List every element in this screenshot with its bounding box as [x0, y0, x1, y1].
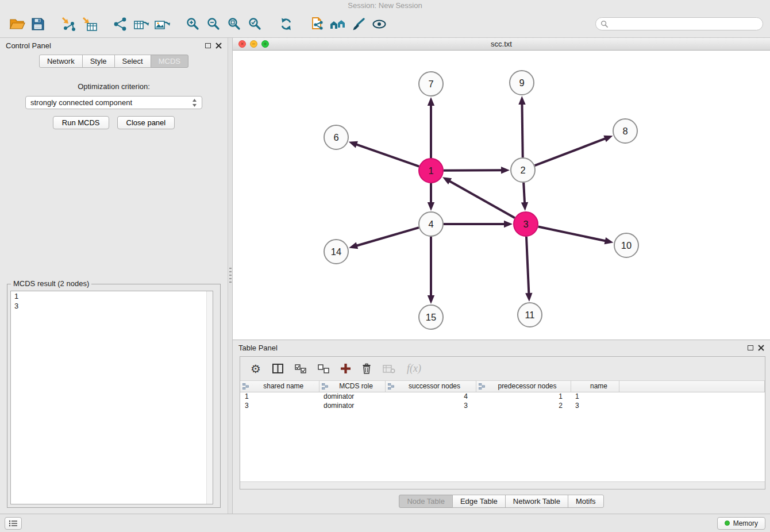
export-image-icon [154, 17, 170, 31]
clone-network-button[interactable] [307, 13, 328, 35]
mcds-result-item: 1 [11, 291, 213, 301]
tab-edge-table[interactable]: Edge Table [452, 495, 506, 508]
window-zoom-icon[interactable] [261, 40, 269, 48]
main-toolbar [0, 10, 770, 38]
delete-row-button[interactable] [362, 360, 371, 377]
plus-icon [341, 364, 351, 373]
import-network-button[interactable] [59, 13, 79, 35]
show-columns-button[interactable] [272, 360, 283, 377]
close-panel-icon[interactable] [758, 345, 764, 351]
graph-edge-arrowhead-icon [521, 202, 528, 211]
memory-button[interactable]: Memory [717, 517, 765, 530]
show-hide-details-button[interactable] [369, 13, 390, 35]
export-image-button[interactable] [152, 13, 172, 35]
table-row[interactable]: 3dominator323 [240, 401, 765, 410]
result-scrollbar[interactable] [206, 291, 213, 504]
graph-edge-2-3[interactable] [523, 183, 525, 204]
graph-edge-2-8[interactable] [535, 138, 607, 165]
apply-function-button[interactable]: f(x) [407, 360, 421, 377]
graph-edge-3-11[interactable] [526, 237, 529, 295]
table-row[interactable]: 1dominator411 [240, 392, 765, 401]
tab-network-table[interactable]: Network Table [505, 495, 568, 508]
zoom-fit-icon [228, 17, 241, 31]
table-settings-button[interactable]: ⚙ [251, 360, 261, 377]
zoom-in-button[interactable] [183, 13, 203, 35]
zoom-fit-button[interactable] [224, 13, 245, 35]
zoom-out-icon [207, 17, 221, 31]
panel-splitter[interactable] [228, 38, 233, 514]
column-header-mcds-role[interactable]: MCDS role [319, 381, 385, 392]
open-session-button[interactable] [7, 13, 28, 35]
column-header-filler [619, 381, 765, 392]
search-input[interactable] [611, 20, 758, 28]
window-minimize-icon[interactable] [250, 40, 257, 48]
paintbrush-icon [351, 17, 366, 31]
column-header-name[interactable]: name [571, 381, 619, 392]
select-all-columns-button[interactable] [295, 360, 306, 377]
graph-edge-arrowhead-icon [428, 202, 434, 211]
zoom-selected-button[interactable] [245, 13, 265, 35]
task-history-button[interactable] [5, 517, 22, 530]
tab-select[interactable]: Select [114, 55, 151, 68]
graph-node-label: 3 [523, 219, 528, 229]
zoom-out-button[interactable] [203, 13, 224, 35]
graph-edge-1-2[interactable] [444, 170, 503, 171]
graph-node-label: 14 [331, 246, 341, 257]
close-panel-button[interactable]: Close panel [117, 116, 175, 129]
table-cell: 2 [476, 401, 571, 410]
window-close-icon[interactable] [238, 40, 246, 48]
save-session-button[interactable] [28, 13, 48, 35]
mcds-result-item: 3 [11, 301, 213, 311]
refresh-icon [279, 17, 293, 31]
mcds-result-list[interactable]: 1 3 [10, 291, 213, 504]
criterion-dropdown[interactable]: strongly connected component [25, 96, 202, 109]
application-window: Session: New Session [0, 0, 770, 532]
unselect-all-columns-button[interactable] [318, 360, 329, 377]
graph-edge-arrowhead-icon [605, 237, 614, 244]
column-header-shared-name[interactable]: shared name [240, 381, 319, 392]
tab-mcds[interactable]: MCDS [151, 55, 188, 68]
float-panel-icon[interactable] [748, 345, 753, 350]
search-field[interactable] [595, 17, 763, 30]
memory-status-icon [725, 521, 730, 526]
network-window-titlebar[interactable]: scc.txt [233, 38, 770, 51]
float-panel-icon[interactable] [205, 43, 211, 48]
graph-edge-arrowhead-icon [349, 242, 358, 249]
export-table-icon [133, 17, 149, 31]
graph-edge-arrowhead-icon [518, 96, 525, 105]
run-mcds-button[interactable]: Run MCDS [53, 116, 109, 129]
table-horizontal-scrollbar[interactable] [240, 481, 765, 489]
home-icon [329, 17, 346, 31]
refresh-view-button[interactable] [276, 13, 297, 35]
network-canvas[interactable]: 1234678910111415 [233, 51, 770, 340]
graph-node-label: 8 [622, 126, 627, 136]
graph-edge-2-9[interactable] [522, 103, 522, 157]
apply-style-button[interactable] [348, 13, 369, 35]
add-row-button[interactable] [341, 360, 351, 377]
graph-edge-arrowhead-icon [349, 141, 358, 148]
import-table-button[interactable] [79, 13, 100, 35]
graph-edge-1-6[interactable] [355, 144, 419, 167]
new-network-button[interactable] [110, 13, 131, 35]
graph-node-label: 1 [428, 165, 433, 176]
unchecked-boxes-icon [318, 364, 329, 373]
table-cell: 4 [385, 392, 476, 401]
close-panel-icon[interactable] [215, 43, 222, 49]
graph-edge-3-10[interactable] [538, 227, 607, 241]
tab-node-table[interactable]: Node Table [399, 495, 453, 508]
delete-table-button[interactable] [383, 360, 395, 377]
graph-edge-4-14[interactable] [356, 228, 419, 246]
tab-motifs[interactable]: Motifs [568, 495, 604, 508]
graph-edge-3-1[interactable] [448, 180, 514, 218]
export-table-button[interactable] [131, 13, 152, 35]
node-table-body: 1dominator4113dominator323 [240, 392, 765, 410]
tab-network[interactable]: Network [39, 55, 83, 68]
network-graph[interactable]: 1234678910111415 [233, 51, 770, 340]
chevron-up-down-icon [192, 98, 197, 107]
column-header-successor-nodes[interactable]: successor nodes [385, 381, 476, 392]
tab-style[interactable]: Style [82, 55, 115, 68]
column-header-predecessor-nodes[interactable]: predecessor nodes [476, 381, 571, 392]
network-overview-button[interactable] [328, 13, 348, 35]
columns-icon [272, 364, 283, 373]
trash-icon [362, 363, 371, 374]
